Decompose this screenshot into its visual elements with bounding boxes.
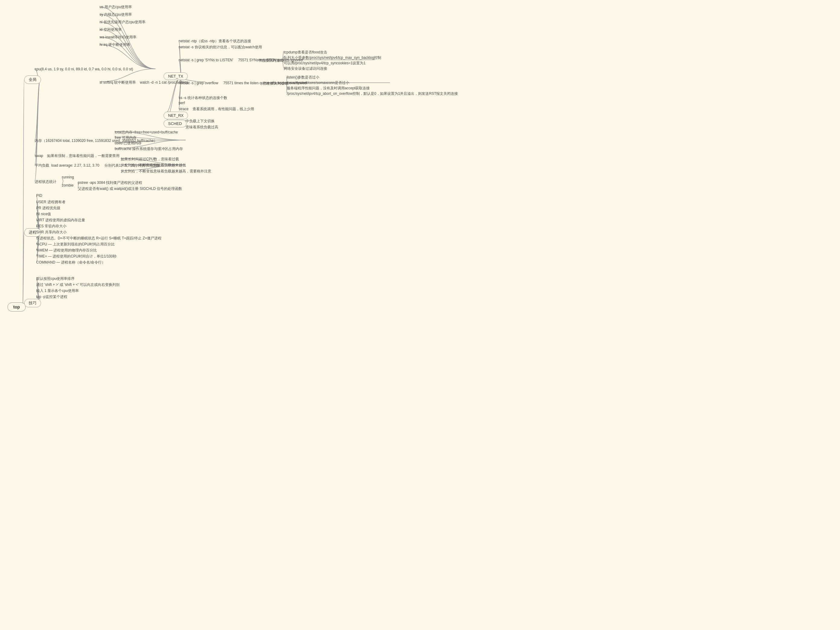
- cpu-pct-node: %CPU — 上次更新到现在的CPU时间占用百分比: [36, 242, 115, 247]
- section-jiqiao-label: 技巧: [29, 301, 36, 305]
- strace-node: strace 查看系统调用，有性能问题，线上少用: [179, 107, 254, 112]
- user-node: USER 进程拥有者: [36, 199, 65, 205]
- net-tx-node: NET_TX: [164, 73, 188, 80]
- input1-node: 输入 1 显示各个cpu使用率: [36, 288, 79, 294]
- section-jincheng-label: 进程: [29, 230, 36, 235]
- section-quanju-label: 全局: [29, 77, 36, 82]
- pstree-node: pstree -aps 3084 找到僵尸进程的父进程: [78, 180, 142, 185]
- swap-node: swap 如果有强制，意味着性能问题，一般需要禁用: [35, 153, 120, 158]
- pr-node: PR 进程优先级: [36, 205, 60, 211]
- sched1-node: 中负载上下文切换: [186, 118, 215, 124]
- sched2-node: 意味着系统负载过高: [186, 125, 218, 130]
- id-node: id 空闲使用率: [99, 27, 122, 32]
- syncookies-node: 可以用/proc/sys/net/ipv4/tcp_syncookies=1设置…: [284, 61, 366, 66]
- somaxconn-node: /proc/sys/net/core/somaxconn是否过小: [287, 80, 349, 85]
- running-node: running: [62, 175, 74, 179]
- perf-node: perf: [179, 101, 185, 105]
- hi-node: hi irq 硬中断使用率: [99, 42, 130, 47]
- virt-node: VIRT 进程使用的虚拟内存总量: [36, 218, 85, 223]
- proc-stat-label: 进程状态统计: [35, 179, 57, 185]
- sy-node: sy 内核态cpu使用率: [99, 12, 132, 17]
- tcpdump-node: tcpdump查看是否flood攻击: [284, 50, 327, 55]
- buff-cache-node: buff/cache 操作系统缓存与缓冲区占用内存: [115, 147, 183, 152]
- load2-node: 从左到右，不断变高意味着负载越来越低: [121, 163, 186, 168]
- shift-sort-node: 通过 'shift + >' 或 'shift + <' 可以向左或向右变换列别: [36, 282, 120, 287]
- softirq-node: sl softirq 软中断使用率 watch -d -n 1 cat /pro…: [99, 80, 188, 85]
- shr-node: SHR 共享内存大小: [36, 230, 67, 235]
- net-rx-node: NET_RX: [164, 112, 188, 119]
- ni-proc-node: NI nice值: [36, 212, 51, 217]
- s-state-node: S 进程状态。D=不可中断的睡眠状态 R=运行 S=睡眠 T=跟踪/停止 Z=僵…: [36, 236, 161, 241]
- pid-node: PID: [36, 194, 42, 198]
- us-node: us 用户态cpu使用率: [99, 5, 132, 9]
- netstat-s-node: netstat -s 协议相关的统计信息，可以配合watch使用: [179, 45, 262, 50]
- cpu-line-text: cpu(8.4 us, 1.9 sy, 0.0 ni, 89.0 id, 0.7…: [35, 67, 133, 71]
- service-order-node: 服务端程序性能问题，没有及时调用accept获取连接: [287, 86, 370, 91]
- load3-node: 从左到右，不断变低意味着负载越来越高，需要格外注意: [121, 169, 211, 174]
- listen-small-node: listen()参数是否过小: [287, 75, 319, 80]
- ni-node: nl 低优先级用户态cpu使用率: [99, 20, 145, 25]
- sched-node: SCHED: [164, 120, 186, 127]
- free-mem-node: free 可用内存: [115, 135, 136, 141]
- netstat-ntp-node: netstat -ntp（或ss -ntp）查看各个状态的连接: [179, 39, 251, 44]
- zombie-node: zombie: [62, 183, 74, 188]
- default-sort-node: 默认按照cpu使用率排序: [36, 276, 74, 281]
- top-p-node: top -p监控某个进程: [36, 294, 67, 300]
- wa-node: wa iowait等待IO使用率: [99, 35, 136, 40]
- command-node: COMMAND — 进程名称（命令名/命令行）: [36, 260, 105, 265]
- total-node: total总内存=free+free+used+buff/cache: [115, 130, 178, 135]
- mem-pct-node: %MEM — 进程使用的物理内存百分比: [36, 248, 97, 253]
- section-jiqiao: 技巧: [24, 299, 41, 307]
- root-node: top: [8, 303, 26, 311]
- wait-sigchld-node: 父进程是否有wait() 或 waitpid()或注册 SIGCHLD 信号的处…: [78, 186, 182, 191]
- ss-stat-node: ss -s 统计各种状态的连接个数: [179, 95, 227, 101]
- load1-node: 如果长时间超过CPU数，意味着过载: [121, 157, 179, 162]
- full-queue-overflow-node: 已连接队列溢出: [262, 81, 288, 86]
- used-mem-node: used 已使用内存: [115, 141, 142, 146]
- time-plus-node: TIME+ — 进程使用的CPU时间合计，单位1/100秒: [36, 254, 117, 259]
- section-quanju: 全局: [24, 76, 41, 84]
- root-box: top: [8, 303, 26, 311]
- net-security-node: 网络安全设备过滤访问连接: [284, 66, 327, 71]
- root-label: top: [13, 305, 20, 309]
- res-node: RES 常驻内存大小: [36, 224, 66, 229]
- syn-half-queue-node: 半连接队列溢出: [258, 58, 283, 63]
- cpu-line-node: cpu(8.4 us, 1.9 sy, 0.0 ni, 89.0 id, 0.7…: [35, 67, 133, 71]
- mindmap-container: top 全局 cpu(8.4 us, 1.9 sy, 0.0 ni, 89.0 …: [0, 0, 840, 630]
- abort-overflow-node: /proc/sys/net/ipv4/tcp_abort_on_overflow…: [287, 91, 458, 96]
- max-backlog-node: 队列大小受参数/proc/sys/net/ipv4/tcp_max_syn_ba…: [284, 55, 381, 60]
